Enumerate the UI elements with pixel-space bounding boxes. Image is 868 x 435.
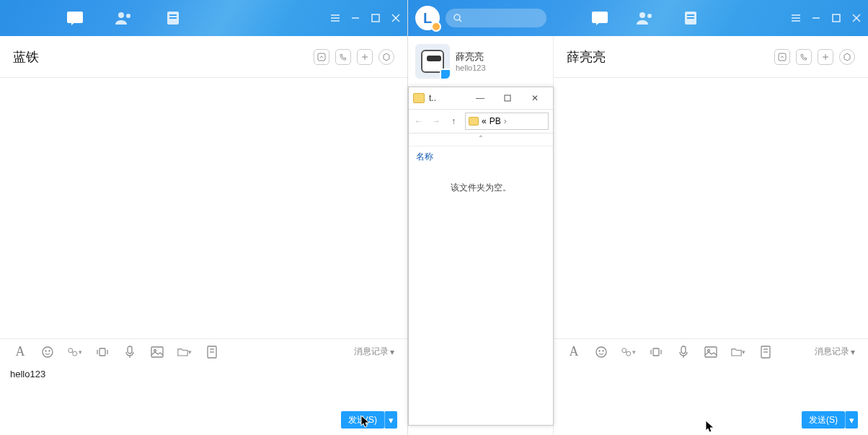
explorer-close-icon[interactable]: ✕ bbox=[521, 88, 549, 108]
explorer-title: t.. bbox=[429, 93, 462, 103]
close-icon[interactable] bbox=[851, 12, 862, 24]
emoji-icon[interactable] bbox=[594, 345, 608, 359]
svg-marker-53 bbox=[844, 53, 850, 61]
more-apps-icon[interactable] bbox=[205, 345, 219, 359]
file-explorer-window: t.. — ✕ ← → ↑ « PB › ˆ 名称 bbox=[408, 87, 554, 426]
voice-call-icon[interactable] bbox=[796, 49, 812, 65]
self-avatar[interactable]: L bbox=[415, 6, 440, 30]
close-icon[interactable] bbox=[390, 12, 402, 24]
nav-messages-icon[interactable] bbox=[65, 9, 85, 27]
search-input[interactable] bbox=[446, 9, 546, 27]
explorer-minimize-icon[interactable]: — bbox=[466, 88, 494, 108]
image-icon[interactable] bbox=[704, 345, 718, 359]
svg-rect-0 bbox=[67, 12, 83, 23]
send-options-dropdown[interactable]: ▾ bbox=[384, 411, 397, 429]
svg-rect-65 bbox=[705, 347, 717, 357]
maximize-icon[interactable] bbox=[370, 12, 381, 24]
titlebar-right: L bbox=[408, 0, 868, 36]
svg-rect-60 bbox=[653, 348, 659, 356]
shake-icon[interactable] bbox=[649, 345, 663, 359]
settings-icon[interactable] bbox=[839, 49, 855, 65]
svg-point-30 bbox=[154, 349, 156, 351]
explorer-titlebar[interactable]: t.. — ✕ bbox=[409, 87, 553, 109]
add-icon[interactable] bbox=[357, 49, 373, 65]
svg-line-35 bbox=[459, 19, 461, 22]
screenshot-icon[interactable]: ▾ bbox=[68, 345, 82, 359]
image-icon[interactable] bbox=[150, 345, 164, 359]
status-indicator bbox=[431, 22, 441, 32]
screen-share-icon[interactable] bbox=[774, 49, 790, 65]
svg-marker-1 bbox=[71, 22, 76, 25]
nav-messages-icon[interactable] bbox=[590, 9, 610, 27]
menu-icon[interactable] bbox=[329, 12, 341, 24]
more-apps-icon[interactable] bbox=[758, 345, 773, 359]
svg-rect-5 bbox=[169, 14, 177, 16]
message-history-link[interactable]: 消息记录▾ bbox=[815, 346, 855, 358]
message-input[interactable]: hello123 bbox=[0, 364, 407, 409]
explorer-maximize-icon[interactable] bbox=[494, 88, 521, 108]
svg-rect-41 bbox=[687, 14, 694, 16]
folder-icon[interactable]: ▾ bbox=[177, 345, 192, 359]
svg-marker-37 bbox=[596, 22, 601, 25]
address-bar[interactable]: « PB › bbox=[465, 113, 549, 130]
contact-avatar bbox=[415, 44, 450, 79]
settings-icon[interactable] bbox=[378, 49, 394, 65]
send-options-dropdown[interactable]: ▾ bbox=[845, 411, 858, 429]
nav-up-icon[interactable]: ↑ bbox=[448, 116, 459, 126]
explorer-navbar: ← → ↑ « PB › bbox=[409, 109, 553, 133]
send-button[interactable]: 发送(S) bbox=[341, 411, 384, 429]
svg-rect-29 bbox=[151, 347, 163, 357]
message-input[interactable] bbox=[554, 364, 868, 409]
voice-icon[interactable] bbox=[123, 345, 137, 359]
svg-point-55 bbox=[599, 351, 600, 351]
column-header-name[interactable]: 名称 bbox=[416, 151, 433, 162]
column-scroll-icon[interactable]: ˆ bbox=[409, 133, 553, 146]
svg-rect-6 bbox=[169, 17, 177, 19]
svg-rect-50 bbox=[779, 53, 786, 61]
svg-point-2 bbox=[118, 12, 124, 18]
svg-point-39 bbox=[647, 14, 652, 18]
nav-contacts-icon[interactable] bbox=[114, 9, 134, 27]
contact-list-item[interactable]: 薛亮亮 hello123 bbox=[408, 36, 552, 87]
chat-title: 薛亮亮 bbox=[567, 48, 606, 66]
add-icon[interactable] bbox=[818, 49, 833, 65]
svg-rect-27 bbox=[128, 346, 132, 353]
titlebar-left bbox=[0, 0, 407, 36]
svg-point-18 bbox=[43, 347, 53, 357]
nav-apps-icon[interactable] bbox=[163, 9, 183, 27]
chat-header: 蓝铁 bbox=[0, 36, 407, 78]
nav-contacts-icon[interactable] bbox=[635, 9, 655, 27]
font-icon[interactable]: A bbox=[567, 345, 581, 359]
svg-rect-42 bbox=[687, 17, 694, 19]
svg-point-58 bbox=[626, 351, 631, 356]
message-area[interactable] bbox=[554, 78, 868, 338]
minimize-icon[interactable] bbox=[350, 12, 361, 24]
folder-icon bbox=[413, 93, 425, 103]
emoji-icon[interactable] bbox=[40, 345, 55, 359]
message-history-link[interactable]: 消息记录▾ bbox=[354, 346, 394, 358]
message-area[interactable] bbox=[0, 78, 407, 338]
svg-point-56 bbox=[603, 351, 603, 351]
svg-point-3 bbox=[126, 14, 130, 18]
search-icon bbox=[453, 13, 463, 23]
folder-icon bbox=[469, 117, 479, 126]
send-button[interactable]: 发送(S) bbox=[802, 411, 845, 429]
folder-icon[interactable]: ▾ bbox=[731, 345, 745, 359]
voice-call-icon[interactable] bbox=[335, 49, 351, 65]
svg-point-57 bbox=[622, 348, 626, 352]
nav-back-icon[interactable]: ← bbox=[413, 116, 425, 126]
nav-forward-icon[interactable]: → bbox=[430, 116, 442, 126]
svg-point-38 bbox=[639, 12, 645, 18]
minimize-icon[interactable] bbox=[810, 12, 822, 24]
screen-share-icon[interactable] bbox=[314, 49, 329, 65]
nav-apps-icon[interactable] bbox=[681, 9, 701, 27]
voice-icon[interactable] bbox=[676, 345, 691, 359]
menu-icon[interactable] bbox=[790, 12, 802, 24]
shake-icon[interactable] bbox=[95, 345, 110, 359]
svg-point-20 bbox=[49, 351, 50, 351]
relation-badge-icon bbox=[440, 69, 450, 79]
svg-rect-24 bbox=[99, 348, 105, 356]
font-icon[interactable]: A bbox=[13, 345, 27, 359]
screenshot-icon[interactable]: ▾ bbox=[621, 345, 636, 359]
maximize-icon[interactable] bbox=[831, 12, 842, 24]
